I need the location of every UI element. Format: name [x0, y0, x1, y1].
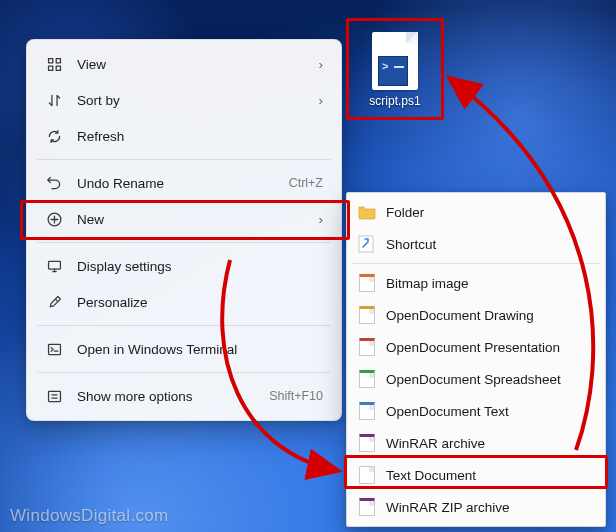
desktop-file-label: script.ps1 — [354, 94, 436, 108]
submenu-label: WinRAR archive — [386, 436, 592, 451]
menu-label: Open in Windows Terminal — [77, 342, 323, 357]
submenu-label: WinRAR ZIP archive — [386, 500, 592, 515]
submenu-od-text[interactable]: OpenDocument Text — [350, 395, 602, 427]
menu-label: Refresh — [77, 129, 323, 144]
chevron-right-icon: › — [309, 57, 323, 72]
submenu-winrar[interactable]: WinRAR archive — [350, 427, 602, 459]
menu-label: Personalize — [77, 295, 323, 310]
svg-rect-0 — [48, 58, 52, 62]
file-icon — [358, 274, 376, 292]
powershell-file-icon — [372, 32, 418, 90]
menu-label: Show more options — [77, 389, 255, 404]
menu-new[interactable]: New › — [33, 201, 335, 237]
menu-label: Undo Rename — [77, 176, 275, 191]
menu-label: View — [77, 57, 295, 72]
file-icon — [358, 466, 376, 484]
chevron-right-icon: › — [309, 212, 323, 227]
refresh-icon — [45, 127, 63, 145]
submenu-winrar-zip[interactable]: WinRAR ZIP archive — [350, 491, 602, 523]
submenu-label: OpenDocument Presentation — [386, 340, 592, 355]
menu-separator — [37, 159, 331, 160]
submenu-label: OpenDocument Drawing — [386, 308, 592, 323]
plus-icon — [45, 210, 63, 228]
file-icon — [358, 498, 376, 516]
sort-icon — [45, 91, 63, 109]
submenu-label: OpenDocument Spreadsheet — [386, 372, 592, 387]
svg-rect-6 — [48, 344, 60, 354]
submenu-od-presentation[interactable]: OpenDocument Presentation — [350, 331, 602, 363]
menu-separator — [37, 242, 331, 243]
menu-view[interactable]: View › — [33, 46, 335, 82]
grid-icon — [45, 55, 63, 73]
svg-rect-7 — [48, 391, 60, 401]
display-icon — [45, 257, 63, 275]
undo-icon — [45, 174, 63, 192]
menu-shortcut: Shift+F10 — [269, 389, 323, 403]
submenu-bitmap[interactable]: Bitmap image — [350, 267, 602, 299]
submenu-text-document[interactable]: Text Document — [350, 459, 602, 491]
terminal-icon — [45, 340, 63, 358]
submenu-label: OpenDocument Text — [386, 404, 592, 419]
menu-sort-by[interactable]: Sort by › — [33, 82, 335, 118]
more-icon — [45, 387, 63, 405]
file-icon — [358, 306, 376, 324]
svg-rect-1 — [56, 58, 60, 62]
svg-rect-2 — [48, 66, 52, 70]
menu-open-terminal[interactable]: Open in Windows Terminal — [33, 331, 335, 367]
chevron-right-icon: › — [309, 93, 323, 108]
menu-undo-rename[interactable]: Undo Rename Ctrl+Z — [33, 165, 335, 201]
menu-label: Sort by — [77, 93, 295, 108]
file-icon — [358, 434, 376, 452]
submenu-folder[interactable]: Folder — [350, 196, 602, 228]
menu-label: Display settings — [77, 259, 323, 274]
file-icon — [358, 338, 376, 356]
submenu-shortcut[interactable]: Shortcut — [350, 228, 602, 260]
submenu-label: Bitmap image — [386, 276, 592, 291]
watermark: WindowsDigital.com — [10, 506, 168, 526]
shortcut-icon — [358, 235, 376, 253]
folder-icon — [358, 203, 376, 221]
menu-shortcut: Ctrl+Z — [289, 176, 323, 190]
menu-separator — [37, 372, 331, 373]
menu-refresh[interactable]: Refresh — [33, 118, 335, 154]
desktop-file-icon[interactable]: script.ps1 — [354, 32, 436, 108]
menu-separator — [37, 325, 331, 326]
new-submenu: Folder Shortcut Bitmap image OpenDocumen… — [346, 192, 606, 527]
submenu-label: Shortcut — [386, 237, 592, 252]
svg-rect-5 — [48, 261, 60, 269]
menu-personalize[interactable]: Personalize — [33, 284, 335, 320]
file-icon — [358, 402, 376, 420]
submenu-label: Folder — [386, 205, 592, 220]
submenu-label: Text Document — [386, 468, 592, 483]
submenu-od-drawing[interactable]: OpenDocument Drawing — [350, 299, 602, 331]
menu-display-settings[interactable]: Display settings — [33, 248, 335, 284]
submenu-separator — [352, 263, 600, 264]
menu-show-more-options[interactable]: Show more options Shift+F10 — [33, 378, 335, 414]
desktop-context-menu: View › Sort by › Refresh Undo Rename Ctr… — [26, 39, 342, 421]
submenu-od-spreadsheet[interactable]: OpenDocument Spreadsheet — [350, 363, 602, 395]
file-icon — [358, 370, 376, 388]
menu-label: New — [77, 212, 295, 227]
svg-rect-3 — [56, 66, 60, 70]
brush-icon — [45, 293, 63, 311]
